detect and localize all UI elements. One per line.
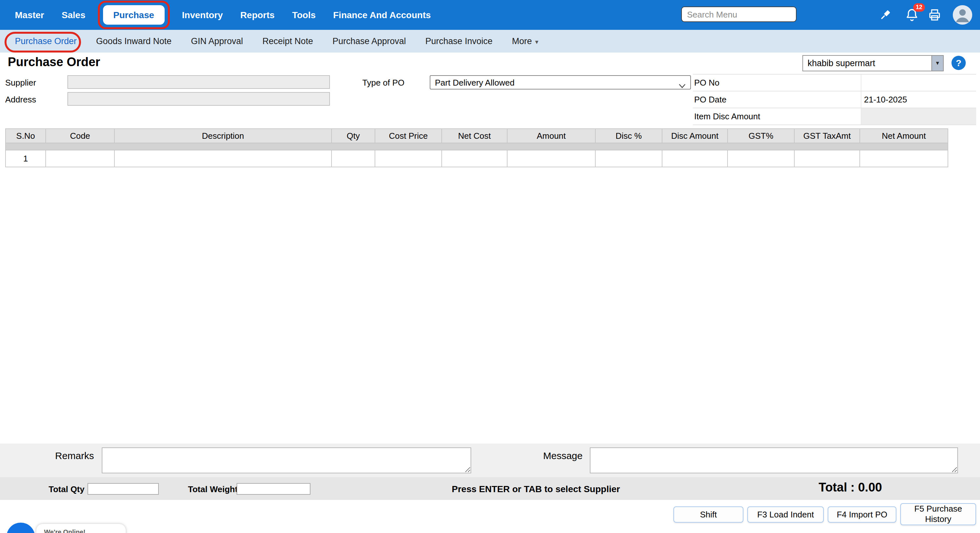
print-icon[interactable] xyxy=(928,8,942,22)
remarks-textarea[interactable] xyxy=(102,447,471,473)
nav-inventory[interactable]: Inventory xyxy=(182,10,223,20)
type-of-po-value: Part Delivery Allowed xyxy=(435,78,515,87)
row1-cell-net-cost[interactable] xyxy=(442,150,508,167)
nav-purchase[interactable]: Purchase xyxy=(103,5,164,25)
notification-badge: 12 xyxy=(913,3,925,12)
col-header-description: Description xyxy=(115,129,332,143)
remarks-section: Remarks Message xyxy=(0,444,980,477)
address-label: Address xyxy=(5,95,36,104)
purchase-order-page: Master Sales Purchase Inventory Reports … xyxy=(0,0,980,533)
search-menu-input[interactable] xyxy=(681,6,797,22)
row1-cell-amount[interactable] xyxy=(508,150,596,167)
po-date-label: PO Date xyxy=(693,91,861,108)
row1-cell-disc-pct[interactable] xyxy=(596,150,662,167)
row1-cell-net-amount[interactable] xyxy=(860,150,948,167)
row1-cell-gst-pct[interactable] xyxy=(728,150,795,167)
address-input[interactable] xyxy=(67,92,330,106)
subnav-purchase-approval[interactable]: Purchase Approval xyxy=(332,36,406,46)
nav-purchase-wrap: Purchase xyxy=(103,5,164,25)
nav-master[interactable]: Master xyxy=(15,10,44,20)
chat-status-bubble[interactable]: We're Online! xyxy=(36,524,126,533)
po-no-value[interactable] xyxy=(861,75,976,91)
totals-section: Total Qty Total Weight Press ENTER or TA… xyxy=(0,477,980,500)
row1-cell-disc-amount[interactable] xyxy=(662,150,728,167)
subnav-purchase-invoice[interactable]: Purchase Invoice xyxy=(425,36,493,46)
subnav-goods-inward-note[interactable]: Goods Inward Note xyxy=(96,36,172,46)
actions-bar: Shift F3 Load Indent F4 Import PO F5 Pur… xyxy=(0,500,980,533)
chevron-down-icon: ▾ xyxy=(535,38,538,45)
help-icon[interactable]: ? xyxy=(951,56,966,70)
col-header-cost-price: Cost Price xyxy=(375,129,442,143)
table-header-row: S.No Code Description Qty Cost Price Net… xyxy=(6,129,948,143)
subnav-gin-approval[interactable]: GIN Approval xyxy=(191,36,243,46)
subnav-receipt-note[interactable]: Receipt Note xyxy=(262,36,313,46)
total-qty-input[interactable] xyxy=(88,483,159,495)
remarks-label: Remarks xyxy=(55,450,94,461)
message-label: Message xyxy=(543,450,583,461)
top-nav-items: Master Sales Purchase Inventory Reports … xyxy=(15,0,431,30)
col-header-code: Code xyxy=(46,129,115,143)
nav-tools[interactable]: Tools xyxy=(292,10,316,20)
row1-cell-qty[interactable] xyxy=(332,150,375,167)
store-selector[interactable]: khabib supermart ▼ xyxy=(802,55,944,71)
row1-cell-gst-taxamt[interactable] xyxy=(795,150,860,167)
dropdown-arrow-icon[interactable]: ▼ xyxy=(931,56,943,71)
type-of-po-select[interactable]: Part Delivery Allowed xyxy=(430,75,691,89)
row1-cell-description[interactable] xyxy=(115,150,332,167)
shift-button[interactable]: Shift xyxy=(673,506,743,523)
supplier-input[interactable] xyxy=(67,75,330,89)
po-form: Supplier Address Type of PO Part Deliver… xyxy=(0,74,980,128)
user-avatar[interactable] xyxy=(953,5,972,25)
po-date-value[interactable]: 21-10-2025 xyxy=(861,91,976,108)
item-disc-row: Item Disc Amount xyxy=(693,108,976,125)
po-meta-panel: PO No PO Date 21-10-2025 Item Disc Amoun… xyxy=(693,74,976,125)
total-weight-label: Total Weight xyxy=(188,484,238,494)
subnav-more[interactable]: More▾ xyxy=(512,36,539,46)
table-spacer-row xyxy=(6,143,948,150)
nav-sales[interactable]: Sales xyxy=(62,10,85,20)
table-row: 1 xyxy=(6,150,948,167)
nav-finance-and-accounts[interactable]: Finance And Accounts xyxy=(333,10,431,20)
col-header-net-cost: Net Cost xyxy=(442,129,508,143)
store-selector-value: khabib supermart xyxy=(803,58,931,68)
row1-cell-code[interactable] xyxy=(46,150,115,167)
f3-load-indent-button[interactable]: F3 Load Indent xyxy=(747,506,824,523)
page-title: Purchase Order xyxy=(8,55,100,69)
col-header-sno: S.No xyxy=(6,129,46,143)
f4-import-po-button[interactable]: F4 Import PO xyxy=(828,506,896,523)
chevron-down-icon xyxy=(679,80,686,90)
subnav-purchase-order[interactable]: Purchase Order xyxy=(15,36,77,46)
po-date-row: PO Date 21-10-2025 xyxy=(693,91,976,108)
supplier-hint-text: Press ENTER or TAB to select Supplier xyxy=(452,484,620,494)
nav-reports[interactable]: Reports xyxy=(240,10,275,20)
col-header-disc-amount: Disc Amount xyxy=(662,129,728,143)
col-header-gst-pct: GST% xyxy=(728,129,795,143)
type-of-po-label: Type of PO xyxy=(362,78,404,88)
col-header-disc-pct: Disc % xyxy=(596,129,662,143)
po-no-row: PO No xyxy=(693,75,976,91)
item-disc-amount-value[interactable] xyxy=(861,108,976,124)
grand-total: Total : 0.00 xyxy=(819,480,882,495)
f5-purchase-history-button[interactable]: F5 Purchase History xyxy=(900,503,976,525)
gavel-icon[interactable] xyxy=(878,8,892,22)
total-qty-label: Total Qty xyxy=(49,484,84,494)
po-no-label: PO No xyxy=(693,75,861,91)
items-table: S.No Code Description Qty Cost Price Net… xyxy=(5,128,948,167)
col-header-net-amount: Net Amount xyxy=(860,129,948,143)
message-textarea[interactable] xyxy=(590,447,958,473)
subnav-more-label: More xyxy=(512,36,532,46)
col-header-amount: Amount xyxy=(508,129,596,143)
sub-nav: Purchase Order Goods Inward Note GIN App… xyxy=(0,30,980,53)
notifications-bell-icon[interactable]: 12 xyxy=(905,8,919,22)
col-header-gst-taxamt: GST TaxAmt xyxy=(795,129,860,143)
top-nav: Master Sales Purchase Inventory Reports … xyxy=(0,0,980,30)
row1-cell-cost-price[interactable] xyxy=(375,150,442,167)
col-header-qty: Qty xyxy=(332,129,375,143)
row1-cell-sno[interactable]: 1 xyxy=(6,150,46,167)
supplier-label: Supplier xyxy=(5,78,36,88)
page-header: Purchase Order khabib supermart ▼ ? xyxy=(0,53,980,74)
total-weight-input[interactable] xyxy=(237,483,310,495)
item-disc-amount-label: Item Disc Amount xyxy=(693,108,861,124)
